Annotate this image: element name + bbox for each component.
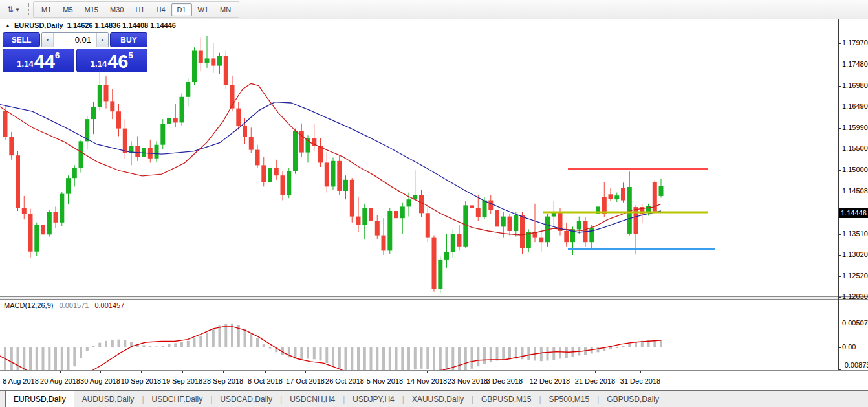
- date-tick-mark: [550, 371, 550, 373]
- date-tick-label: 23 Nov 2018: [448, 377, 488, 385]
- macd-name: MACD(12,26,9): [4, 302, 53, 309]
- price-tick-mark: [838, 107, 841, 107]
- macd-chart-canvas[interactable]: [0, 300, 838, 370]
- price-tick-mark: [838, 297, 841, 298]
- date-tick-mark: [141, 371, 142, 373]
- timeframe-button-h1[interactable]: H1: [129, 3, 150, 16]
- date-tick-label: 17 Oct 2018: [286, 377, 325, 385]
- date-tick-mark: [345, 371, 345, 373]
- date-tick-label: 19 Sep 2018: [162, 377, 202, 385]
- date-tick-label: 20 Aug 2018: [40, 377, 80, 385]
- date-tick-mark: [100, 371, 101, 373]
- macd-indicator-label: MACD(12,26,9) 0.001571 0.001457: [4, 302, 124, 309]
- macd-bottom-border: [0, 370, 868, 371]
- price-tick-mark: [838, 43, 841, 44]
- price-tick-label: 1.15000: [842, 166, 868, 173]
- macd-tick-label: 0.005074: [842, 319, 868, 327]
- date-tick-label: 30 Aug 2018: [80, 377, 120, 385]
- date-tick-label: 12 Dec 2018: [530, 377, 570, 385]
- price-tick-label: 1.12520: [842, 272, 868, 280]
- chart-tab-eurusd-daily[interactable]: EURUSD,Daily: [5, 390, 74, 407]
- toolbar-drag-handle[interactable]: [28, 3, 29, 16]
- chevron-down-icon[interactable]: ▼: [15, 7, 20, 13]
- date-tick-mark: [182, 371, 183, 373]
- price-tick-mark: [838, 149, 841, 149]
- timeframe-button-w1[interactable]: W1: [192, 3, 215, 16]
- date-tick-label: 8 Aug 2018: [3, 377, 39, 385]
- price-tick-label: 1.13510: [842, 230, 868, 237]
- timeframe-button-d1[interactable]: D1: [171, 3, 192, 16]
- timeframe-group: M1M5M15M30H1H4D1W1MN: [33, 1, 239, 18]
- chart-tab-gbpusd-daily[interactable]: GBPUSD,Daily: [599, 391, 667, 407]
- price-tick-mark: [838, 276, 841, 277]
- date-tick-mark: [60, 371, 61, 373]
- chart-tab-usdcnh-h4[interactable]: USDCNH,H4: [282, 391, 343, 407]
- date-tick-label: 31 Dec 2018: [620, 377, 660, 385]
- macd-signal-value: 0.001457: [94, 302, 124, 309]
- date-tick-label: 8 Oct 2018: [248, 377, 283, 385]
- price-tick-mark: [838, 86, 841, 87]
- macd-value: 0.001571: [59, 302, 89, 309]
- chart-tab-bar: EURUSD,DailyAUDUSD,Daily|USDCHF,Daily|US…: [0, 390, 868, 407]
- price-axis-line: [838, 19, 839, 370]
- date-tick-label: 10 Sep 2018: [121, 377, 161, 385]
- macd-tick-mark: [838, 347, 841, 348]
- price-tick-label: 1.17480: [842, 60, 868, 68]
- price-tick-label: 1.16980: [842, 82, 868, 89]
- timeframe-button-h4[interactable]: H4: [150, 3, 171, 16]
- date-tick-label: 21 Dec 2018: [575, 377, 615, 385]
- timeframe-button-m15[interactable]: M15: [79, 3, 104, 16]
- price-tick-label: 1.15990: [842, 124, 868, 131]
- date-tick-mark: [640, 371, 641, 373]
- price-tick-label: 1.16490: [842, 102, 868, 110]
- chart-tab-xauusd-daily[interactable]: XAUUSD,Daily: [404, 391, 472, 407]
- price-tick-label: 1.13020: [842, 250, 868, 258]
- price-tick-mark: [838, 170, 841, 171]
- date-tick-mark: [468, 371, 468, 373]
- price-tick-mark: [838, 234, 841, 235]
- price-tick-label: 1.14508: [842, 187, 868, 195]
- top-toolbar: ⇅ ▼ M1M5M15M30H1H4D1W1MN: [0, 0, 868, 20]
- current-price-tag: 1.14446: [839, 208, 868, 218]
- timeframe-button-m1[interactable]: M1: [36, 3, 57, 16]
- metatrader-window: ⇅ ▼ M1M5M15M30H1H4D1W1MN ▲ EURUSD,Daily …: [0, 0, 868, 407]
- date-tick-label: 5 Nov 2018: [367, 377, 403, 385]
- date-tick-label: 26 Oct 2018: [325, 377, 364, 385]
- date-tick-mark: [223, 371, 224, 373]
- price-tick-mark: [838, 65, 841, 65]
- price-tick-label: 1.12030: [842, 292, 868, 300]
- price-tick-mark: [838, 255, 841, 256]
- price-chart-canvas[interactable]: [0, 19, 838, 296]
- chart-tab-usdchf-daily[interactable]: USDCHF,Daily: [144, 391, 211, 407]
- chart-cycle-icon: ⇅: [7, 6, 14, 14]
- date-tick-mark: [595, 371, 596, 373]
- timeframe-button-m30[interactable]: M30: [104, 3, 129, 16]
- chart-tab-audusd-daily[interactable]: AUDUSD,Daily: [74, 391, 142, 407]
- date-tick-label: 3 Dec 2018: [486, 377, 523, 385]
- timeframe-button-mn[interactable]: MN: [214, 3, 237, 16]
- date-tick-mark: [505, 371, 505, 373]
- date-tick-mark: [21, 371, 21, 373]
- chart-tab-gbpusd-m15[interactable]: GBPUSD,M15: [473, 391, 539, 407]
- date-tick-mark: [265, 371, 266, 373]
- date-tick-mark: [427, 371, 428, 373]
- chart-window: ▲ EURUSD,Daily 1.14626 1.14836 1.14408 1…: [0, 19, 868, 390]
- chart-cycle-icon-button[interactable]: ⇅ ▼: [4, 3, 23, 17]
- chart-tab-usdjpy-h4[interactable]: USDJPY,H4: [345, 391, 402, 407]
- price-tick-mark: [838, 128, 841, 129]
- price-tick-mark: [838, 192, 841, 192]
- chart-tab-sp500-m15[interactable]: SP500,M15: [541, 391, 598, 407]
- date-tick-mark: [305, 371, 306, 373]
- date-tick-label: 14 Nov 2018: [407, 377, 447, 385]
- price-tick-label: 1.17970: [842, 39, 868, 47]
- macd-tick-mark: [838, 369, 841, 370]
- macd-tick-mark: [838, 324, 841, 324]
- timeframe-button-m5[interactable]: M5: [57, 3, 78, 16]
- macd-tick-label: 0.00: [842, 343, 868, 351]
- macd-tick-label: -0.00873: [842, 361, 868, 369]
- chart-tab-usdcad-daily[interactable]: USDCAD,Daily: [212, 391, 280, 407]
- price-tick-label: 1.15500: [842, 144, 868, 152]
- date-tick-label: 28 Sep 2018: [203, 377, 243, 385]
- date-tick-mark: [385, 371, 385, 373]
